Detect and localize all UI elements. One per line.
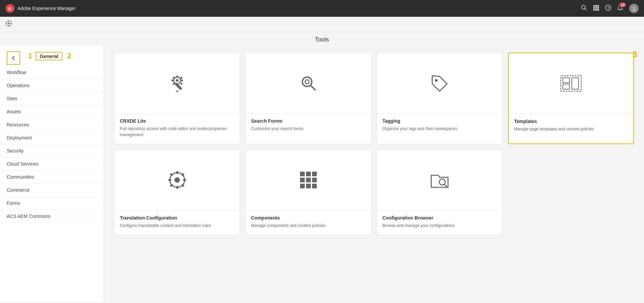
svg-rect-7 — [593, 7, 595, 9]
card-tagging-icon-area — [377, 53, 502, 113]
aem-logo[interactable]: A Adobe Experience Manager — [5, 4, 76, 13]
main-layout: 1 General 2 Workflow Operations Sites As… — [0, 46, 644, 302]
svg-point-21 — [8, 23, 10, 24]
user-avatar[interactable] — [629, 4, 639, 13]
card-config-browser-desc: Browse and manage your configurations — [383, 223, 497, 229]
back-button[interactable] — [7, 51, 20, 65]
svg-rect-39 — [563, 78, 569, 83]
card-components[interactable]: Components Manage components and content… — [245, 149, 371, 235]
annotation-1: 1 — [28, 52, 32, 60]
top-navigation: A Adobe Experience Manager — [0, 0, 644, 17]
card-search-forms-desc: Customize your search forms — [251, 126, 365, 132]
card-components-title: Components — [251, 215, 365, 221]
nav-left: A Adobe Experience Manager — [5, 4, 76, 13]
card-components-desc: Manage components and content policies — [251, 223, 365, 229]
components-icon — [298, 170, 318, 190]
svg-point-15 — [633, 6, 635, 9]
nav-right: ? 13 — [581, 4, 639, 13]
svg-rect-60 — [312, 184, 317, 188]
sidebar-item-communities[interactable]: Communities — [0, 171, 104, 184]
notification-badge: 13 — [620, 3, 626, 7]
card-crxde-body: CRXDE Lite Full repository access with c… — [114, 114, 240, 144]
svg-rect-10 — [593, 9, 595, 11]
card-translation-icon-area — [114, 150, 240, 210]
adobe-logo-icon: A — [5, 4, 15, 13]
card-templates-title: Templates — [514, 119, 628, 124]
card-config-browser-title: Configuration Browser — [383, 215, 497, 221]
svg-rect-6 — [597, 5, 599, 7]
search-icon[interactable] — [581, 5, 587, 12]
svg-rect-41 — [572, 78, 579, 89]
card-templates-icon-area — [509, 53, 633, 114]
svg-line-62 — [444, 184, 447, 187]
svg-text:A: A — [8, 6, 11, 11]
svg-point-37 — [435, 79, 438, 82]
card-crxde-title: CRXDE Lite — [120, 118, 234, 124]
translation-icon — [167, 170, 187, 190]
card-tagging-title: Tagging — [383, 118, 497, 124]
svg-rect-44 — [176, 171, 178, 174]
crxde-icon — [167, 73, 187, 93]
card-templates[interactable]: Templates Manage page templates and cont… — [508, 53, 634, 144]
sidebar-item-sites[interactable]: Sites — [0, 92, 104, 105]
sidebar-item-cloud-services[interactable]: Cloud Services — [0, 158, 104, 171]
svg-rect-24 — [176, 76, 178, 77]
sidebar-section-general[interactable]: General — [36, 52, 62, 60]
card-search-forms-icon-area — [246, 53, 371, 113]
svg-rect-5 — [595, 5, 597, 7]
card-templates-body: Templates Manage page templates and cont… — [509, 114, 633, 138]
card-translation-title: Translation Configuration — [120, 215, 234, 221]
sidebar-item-security[interactable]: Security — [0, 144, 104, 158]
card-translation-desc: Configure translatable content and trans… — [120, 223, 234, 229]
annotation-3: 3 — [633, 49, 637, 60]
svg-rect-47 — [183, 179, 186, 181]
card-tagging-desc: Organize your tags and their namespaces — [383, 126, 497, 132]
svg-rect-4 — [593, 5, 595, 7]
card-search-forms[interactable]: Search Forms Customize your search forms — [245, 53, 371, 144]
card-tagging[interactable]: Tagging Organize your tags and their nam… — [377, 53, 503, 144]
sidebar-item-deployment[interactable]: Deployment — [0, 131, 104, 144]
card-crxde-desc: Full repository access with code editor … — [120, 126, 234, 138]
grid-icon[interactable] — [593, 5, 599, 12]
card-config-browser-icon-area — [377, 150, 502, 210]
svg-point-43 — [175, 177, 180, 183]
sidebar-item-resources[interactable]: Resources — [0, 118, 104, 131]
svg-rect-49 — [181, 184, 185, 187]
sidebar-item-operations[interactable]: Operations — [0, 79, 104, 92]
app-name-label: Adobe Experience Manager — [17, 6, 76, 11]
annotation-2: 2 — [67, 52, 71, 60]
sidebar-header: 1 General 2 — [0, 46, 104, 66]
svg-rect-27 — [181, 79, 183, 81]
svg-rect-54 — [312, 172, 317, 176]
card-components-body: Components Manage components and content… — [246, 210, 371, 235]
svg-rect-12 — [597, 9, 599, 11]
svg-line-36 — [310, 85, 315, 90]
card-translation-body: Translation Configuration Configure tran… — [114, 210, 240, 235]
sidebar-item-acs-aem-commons[interactable]: ACS AEM Commons — [0, 210, 104, 223]
svg-rect-58 — [300, 184, 305, 188]
config-browser-icon — [430, 170, 450, 190]
svg-rect-56 — [306, 178, 311, 182]
tools-grid: CRXDE Lite Full repository access with c… — [114, 53, 634, 235]
sidebar-item-commerce[interactable]: Commerce — [0, 184, 104, 197]
sidebar-item-assets[interactable]: Assets — [0, 105, 104, 118]
svg-point-35 — [305, 80, 309, 84]
svg-rect-50 — [170, 184, 173, 187]
sidebar-item-forms[interactable]: Forms — [0, 197, 104, 210]
card-config-browser-body: Configuration Browser Browse and manage … — [377, 210, 502, 235]
notifications-icon[interactable]: 13 — [617, 5, 623, 12]
svg-rect-46 — [168, 179, 171, 181]
card-crxde-lite[interactable]: CRXDE Lite Full repository access with c… — [114, 53, 240, 144]
svg-rect-51 — [181, 173, 185, 176]
card-translation-configuration[interactable]: Translation Configuration Configure tran… — [114, 149, 240, 235]
card-tagging-body: Tagging Organize your tags and their nam… — [377, 114, 502, 138]
help-icon[interactable]: ? — [605, 5, 611, 12]
sidebar-nav: Workflow Operations Sites Assets Resourc… — [0, 66, 104, 226]
svg-line-3 — [585, 8, 587, 10]
svg-rect-48 — [170, 173, 173, 176]
card-templates-desc: Manage page templates and content polici… — [514, 126, 628, 132]
card-configuration-browser[interactable]: Configuration Browser Browse and manage … — [377, 149, 503, 235]
tools-nav-icon[interactable] — [5, 20, 12, 28]
svg-rect-29 — [180, 82, 183, 85]
sidebar-item-workflow[interactable]: Workflow — [0, 66, 104, 79]
